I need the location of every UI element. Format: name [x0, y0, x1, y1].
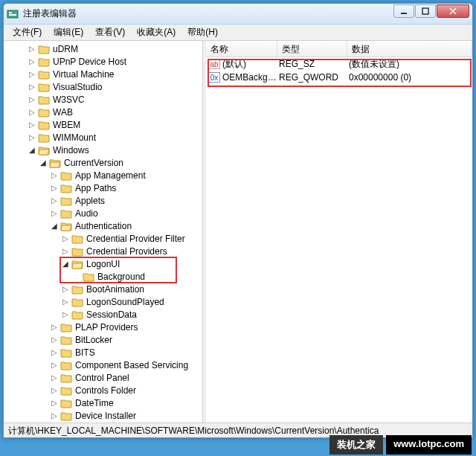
binary-value-icon: 0x — [208, 72, 220, 83]
tree-item[interactable]: ▷BootAnimation — [5, 283, 202, 295]
col-name[interactable]: 名称 — [206, 41, 277, 57]
value-row[interactable]: ab(默认)REG_SZ(数值未设置) — [206, 57, 472, 71]
expand-icon[interactable]: ▷ — [28, 121, 36, 129]
expand-icon[interactable]: ▷ — [50, 196, 59, 205]
tree-item[interactable]: ▷WBEM — [5, 118, 202, 131]
expand-icon[interactable]: ▷ — [61, 298, 70, 306]
tree-item-label: Windows — [51, 145, 91, 155]
expand-icon[interactable]: ▷ — [28, 45, 36, 54]
tree-item-label: Credential Providers — [85, 246, 169, 257]
menu-file[interactable]: 文件(F) — [7, 25, 48, 40]
tree-item-label: Authentication — [74, 221, 133, 231]
tree-item[interactable]: ▷BitLocker — [5, 333, 202, 346]
expand-icon[interactable]: ▷ — [28, 95, 36, 104]
expand-icon[interactable]: ▷ — [28, 70, 36, 79]
menu-edit[interactable]: 编辑(E) — [48, 25, 89, 40]
folder-icon — [71, 259, 83, 269]
folder-icon — [60, 221, 72, 231]
expand-icon[interactable]: ▷ — [50, 209, 59, 218]
folder-icon — [49, 158, 61, 168]
tree-item-label: CurrentVersion — [62, 158, 125, 168]
folder-icon — [60, 170, 72, 181]
minimize-button[interactable] — [393, 4, 414, 18]
watermark-url: www.lotpc.com — [386, 435, 472, 455]
folder-icon — [38, 132, 50, 143]
tree-item[interactable]: ▷Device Metadata — [5, 422, 202, 423]
tree-item[interactable]: ◢Authentication — [5, 219, 202, 232]
value-type: REG_QWORD — [279, 72, 349, 83]
expand-icon[interactable]: ▷ — [50, 348, 59, 357]
tree-item[interactable]: ▷DateTime — [5, 396, 202, 409]
tree-item[interactable]: ▷Applets — [5, 194, 202, 207]
collapse-icon[interactable]: ◢ — [50, 222, 59, 231]
expand-icon[interactable]: ▷ — [50, 399, 59, 408]
tree-item[interactable]: ▷WIMMount — [5, 131, 202, 144]
tree-item[interactable]: ▷Audio — [5, 207, 202, 219]
tree-item[interactable]: ▷Virtual Machine — [5, 68, 202, 80]
content-area: ▷uDRM▷UPnP Device Host▷Virtual Machine▷V… — [4, 41, 472, 423]
col-type[interactable]: 类型 — [277, 41, 347, 57]
expand-icon[interactable]: ▷ — [28, 133, 36, 142]
expand-icon[interactable]: ▷ — [28, 83, 36, 91]
tree-item-label: Background — [96, 272, 147, 282]
value-data: (数值未设置) — [349, 58, 472, 71]
tree-item[interactable]: ▷Component Based Servicing — [5, 359, 202, 371]
col-data[interactable]: 数据 — [347, 41, 472, 57]
tree-item[interactable]: ▷VisualStudio — [5, 80, 202, 93]
collapse-icon[interactable]: ◢ — [61, 260, 70, 269]
tree-item[interactable]: ▷LogonSoundPlayed — [5, 295, 202, 308]
tree-item[interactable]: ▷SessionData — [5, 308, 202, 321]
tree-item[interactable]: ▷App Management — [5, 169, 202, 182]
expand-icon[interactable]: ▷ — [50, 361, 59, 370]
watermark: 装机之家 www.lotpc.com — [329, 435, 472, 455]
value-row[interactable]: 0xOEMBackgrou...REG_QWORD0x00000000 (0) — [206, 71, 472, 84]
expand-icon[interactable]: ▷ — [50, 373, 59, 382]
expand-icon[interactable]: ▷ — [61, 234, 70, 243]
titlebar[interactable]: 注册表编辑器 — [4, 4, 472, 25]
tree-item[interactable]: ▷WAB — [5, 106, 202, 118]
expand-icon[interactable]: ▷ — [61, 310, 70, 319]
tree-item-label: BitLocker — [74, 335, 114, 345]
menu-favorites[interactable]: 收藏夹(A) — [131, 25, 181, 40]
expand-icon[interactable]: ▷ — [50, 323, 59, 332]
folder-icon — [71, 309, 83, 320]
tree-item[interactable]: ◢Windows — [5, 144, 202, 156]
value-name: OEMBackgrou... — [222, 72, 279, 83]
tree-item[interactable]: ◢CurrentVersion — [5, 156, 202, 169]
collapse-icon[interactable]: ◢ — [39, 158, 48, 167]
tree-item[interactable]: ▷Credential Providers — [5, 245, 202, 257]
collapse-icon[interactable]: ◢ — [28, 146, 36, 155]
expand-icon[interactable]: ▷ — [28, 108, 36, 117]
list-header: 名称 类型 数据 — [206, 41, 472, 57]
expand-icon[interactable]: ▷ — [50, 411, 59, 420]
folder-icon — [60, 335, 72, 345]
tree-item[interactable]: ▷UPnP Device Host — [5, 55, 202, 68]
tree-item[interactable]: ◢LogonUI — [5, 257, 202, 270]
tree-item-label: Applets — [74, 196, 106, 206]
tree-item-label: Control Panel — [74, 373, 131, 383]
folder-icon — [60, 398, 72, 408]
expand-icon[interactable]: ▷ — [28, 57, 36, 66]
tree-item[interactable]: ▷W3SVC — [5, 93, 202, 106]
tree-item[interactable]: ▷BITS — [5, 346, 202, 359]
menu-view[interactable]: 查看(V) — [89, 25, 131, 40]
tree-item[interactable]: Background — [5, 270, 202, 283]
tree-item[interactable]: ▷PLAP Providers — [5, 321, 202, 333]
tree-item[interactable]: ▷Control Panel — [5, 371, 202, 384]
expand-icon[interactable]: ▷ — [61, 247, 70, 256]
expand-icon[interactable]: ▷ — [50, 184, 59, 193]
tree-item[interactable]: ▷Controls Folder — [5, 384, 202, 396]
tree-panel[interactable]: ▷uDRM▷UPnP Device Host▷Virtual Machine▷V… — [4, 41, 203, 423]
tree-item[interactable]: ▷Credential Provider Filter — [5, 232, 202, 245]
expand-icon[interactable]: ▷ — [50, 171, 59, 180]
tree-item[interactable]: ▷uDRM — [5, 42, 202, 55]
expand-icon[interactable]: ▷ — [50, 386, 59, 395]
close-button[interactable] — [437, 4, 469, 18]
expand-icon[interactable]: ▷ — [50, 335, 59, 344]
value-list-panel[interactable]: 名称 类型 数据 ab(默认)REG_SZ(数值未设置)0xOEMBackgro… — [206, 41, 472, 423]
menu-help[interactable]: 帮助(H) — [181, 25, 224, 40]
maximize-button[interactable] — [415, 4, 436, 18]
expand-icon[interactable]: ▷ — [61, 285, 70, 294]
tree-item[interactable]: ▷Device Installer — [5, 409, 202, 422]
tree-item[interactable]: ▷App Paths — [5, 182, 202, 194]
